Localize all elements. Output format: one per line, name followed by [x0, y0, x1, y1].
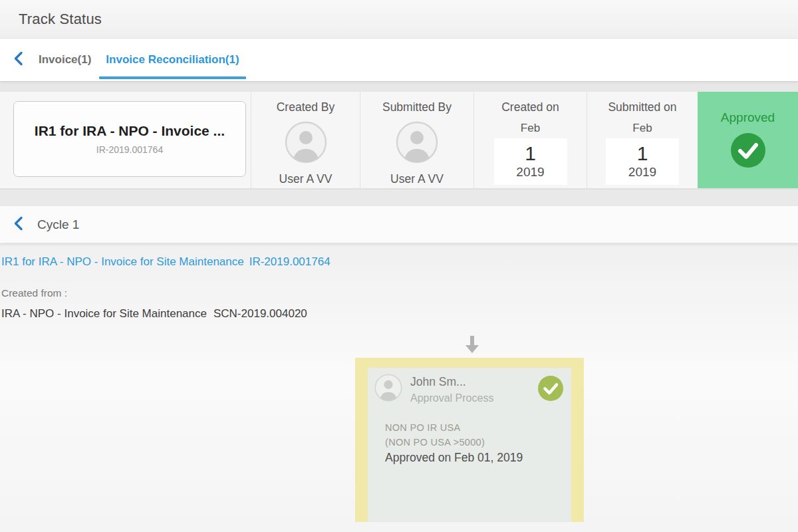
source-title: IRA - NPO - Invoice for Site Maintenance [1, 307, 207, 320]
submitted-on-month: Feb [632, 122, 652, 135]
created-on-year: 2019 [516, 165, 544, 180]
approval-rule-line1: NON PO IR USA [385, 420, 571, 435]
submitted-by-label: Submitted By [382, 100, 452, 114]
link-id: IR-2019.001764 [249, 255, 331, 268]
tab-label: Invoice Reconciliation(1) [106, 53, 239, 66]
created-by-column: Created By User A VV [251, 92, 360, 188]
check-circle-icon [731, 133, 765, 170]
cycle-header-row: Cycle 1 [0, 206, 798, 243]
created-on-day: 1 [525, 144, 536, 164]
link-title: IR1 for IRA - NPO - Invoice for Site Mai… [1, 255, 244, 268]
created-on-date-box: 1 2019 [494, 138, 567, 185]
avatar-icon [396, 121, 438, 166]
created-by-name: User A VV [279, 172, 332, 186]
arrow-down-icon [463, 334, 481, 357]
app-header: Track Status [0, 0, 798, 39]
chevron-left-icon [13, 216, 23, 233]
invoice-card-title: IR1 for IRA - NPO - Invoice ... [35, 123, 225, 139]
approval-status-line: Approved on Feb 01, 2019 [385, 451, 571, 465]
back-button[interactable] [0, 39, 36, 81]
avatar-icon [374, 374, 402, 404]
created-from-label: Created from : [1, 287, 67, 299]
approval-step-inner: John Sm... Approval Process NON PO IR US… [368, 368, 571, 522]
submitted-on-label: Submitted on [608, 100, 676, 114]
created-on-label: Created on [501, 100, 559, 114]
cycle-back-button[interactable] [0, 216, 36, 233]
submitted-by-name: User A VV [390, 172, 444, 186]
source-document-line: IRA - NPO - Invoice for Site Maintenance… [1, 307, 307, 321]
divider-band [0, 81, 798, 92]
divider-band [0, 189, 798, 206]
approver-info: John Sm... Approval Process [410, 374, 538, 404]
tab-invoice-reconciliation[interactable]: Invoice Reconciliation(1) [103, 39, 241, 81]
approval-step-card[interactable]: John Sm... Approval Process NON PO IR US… [355, 358, 584, 522]
source-id: SCN-2019.004020 [213, 307, 307, 320]
submitted-on-year: 2019 [628, 165, 656, 180]
invoice-card-id: IR-2019.001764 [96, 144, 163, 155]
submitted-on-day: 1 [637, 144, 648, 164]
status-label: Approved [721, 110, 775, 125]
created-on-month: Feb [521, 122, 540, 135]
approval-step-body: NON PO IR USA (NON PO USA >5000) Approve… [368, 420, 571, 465]
avatar-icon [285, 121, 327, 166]
created-by-label: Created By [277, 100, 335, 114]
chevron-left-icon [13, 51, 23, 68]
submitted-on-date-box: 1 2019 [606, 138, 679, 185]
tab-label: Invoice(1) [39, 53, 91, 66]
status-badge: Approved [698, 92, 798, 188]
invoice-card[interactable]: IR1 for IRA - NPO - Invoice ... IR-2019.… [13, 101, 246, 177]
cycle-detail-panel: IR1 for IRA - NPO - Invoice for Site Mai… [0, 243, 798, 532]
approval-process-label: Approval Process [410, 392, 538, 404]
tab-invoice[interactable]: Invoice(1) [36, 39, 94, 81]
submitted-on-column: Submitted on Feb 1 2019 [587, 92, 698, 188]
check-circle-icon [538, 376, 563, 404]
approval-step-header: John Sm... Approval Process [368, 368, 571, 404]
approver-name: John Sm... [410, 375, 538, 389]
invoice-summary-row: IR1 for IRA - NPO - Invoice ... IR-2019.… [0, 92, 798, 189]
invoice-reconciliation-link[interactable]: IR1 for IRA - NPO - Invoice for Site Mai… [1, 255, 331, 269]
cycle-title: Cycle 1 [37, 217, 79, 232]
tab-bar: Invoice(1) Invoice Reconciliation(1) [0, 39, 798, 81]
approval-rule-line2: (NON PO USA >5000) [385, 435, 571, 450]
page-title: Track Status [19, 11, 102, 28]
created-on-column: Created on Feb 1 2019 [473, 92, 587, 188]
submitted-by-column: Submitted By User A VV [360, 92, 473, 188]
